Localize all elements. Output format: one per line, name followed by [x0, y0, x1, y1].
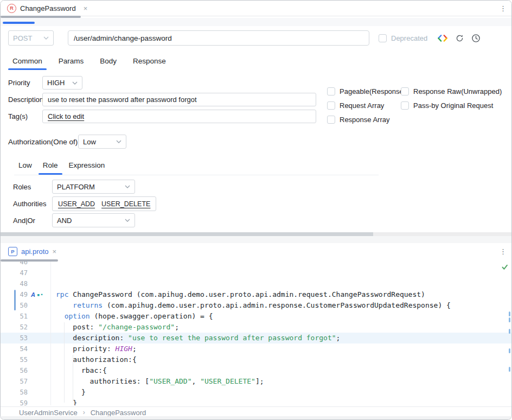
authorities-label: Authorities [13, 200, 52, 208]
checkbox[interactable] [401, 101, 409, 110]
line-number: 55 [1, 354, 28, 365]
andor-select[interactable]: AND [52, 213, 135, 227]
code-text: rbac:{ [50, 365, 107, 376]
line-number: 56 [1, 365, 28, 376]
api-marker-icon[interactable]: A [31, 289, 35, 300]
code-text: priority: HIGH; [50, 343, 137, 354]
more-menu-icon[interactable]: ⋮ [500, 5, 507, 12]
tab-response[interactable]: Response [129, 55, 170, 70]
flags-col-1: Pageable(Response)Request ArrayResponse … [327, 87, 406, 124]
description-label: Description [8, 96, 42, 104]
scrollbar-change-mark [509, 311, 510, 316]
flag-label: Pageable(Response) [340, 87, 406, 96]
horizontal-scrollbar-track [1, 232, 511, 236]
url-input[interactable] [68, 30, 369, 46]
priority-value: HIGH [47, 79, 65, 87]
checkbox[interactable] [327, 101, 335, 110]
breadcrumb-item[interactable]: ChangePassword [91, 409, 146, 417]
authority-token[interactable]: USER_ADD [58, 200, 95, 208]
editor-tabstrip-scrollbar[interactable] [1, 259, 58, 262]
refresh-icon[interactable] [455, 34, 464, 43]
code-text: description: "use to reset the password … [50, 333, 340, 343]
endpoint-marker-icon[interactable]: ▪• [37, 289, 44, 300]
horizontal-scrollbar-thumb[interactable] [1, 232, 373, 236]
description-input[interactable] [42, 93, 316, 106]
line-number: 59 [1, 398, 28, 405]
indent-guide [64, 322, 65, 403]
editor-more-menu-icon[interactable]: ⋮ [500, 248, 507, 255]
method-row: POST Deprecated [8, 30, 504, 46]
andor-label: And|Or [13, 217, 52, 225]
authority-token[interactable]: USER_DELETE [101, 200, 150, 208]
gutter [28, 268, 50, 278]
authorities-row: Authorities USER_ADDUSER_DELETE [13, 196, 156, 211]
inspection-ok-icon[interactable] [502, 264, 508, 270]
code-text [50, 278, 56, 289]
tags-field[interactable]: Click to edit [42, 110, 316, 123]
code-line: 51 option (hope.swagger.operation) = { [1, 311, 511, 322]
request-tabs: CommonParamsBodyResponse [8, 55, 170, 70]
request-tab-label: ChangePassword [20, 4, 76, 12]
close-icon[interactable]: × [53, 247, 57, 256]
authorization-value: Low [83, 138, 96, 146]
code-area: 46474849A▪•rpc ChangePassword (com.apihu… [1, 262, 511, 405]
deprecated-checkbox[interactable] [379, 34, 387, 42]
authorization-select[interactable]: Low [78, 135, 126, 149]
checkbox[interactable] [327, 87, 335, 96]
code-line: 53 description: "use to reset the passwo… [1, 333, 511, 343]
roles-row: Roles PLATFORM [13, 180, 135, 194]
code-line: 50 returns (com.apihug.demo.user.proto.a… [1, 300, 511, 311]
flags-col-2: Response Raw(Unwrapped)Pass-by Original … [401, 87, 502, 110]
deprecated-label: Deprecated [391, 34, 427, 42]
code-line: 46 [1, 262, 511, 268]
line-number: 52 [1, 322, 28, 333]
request-badge-icon: R [7, 4, 16, 13]
roles-label: Roles [13, 183, 52, 191]
auth-tab-role[interactable]: Role [39, 158, 62, 175]
checkbox[interactable] [401, 87, 409, 96]
auth-tab-low[interactable]: Low [14, 158, 36, 175]
header-icons [437, 34, 481, 43]
breadcrumb-item[interactable]: UserAdminService [19, 409, 78, 417]
code-text: authorities: ["USER_ADD", "USER_DELETE"]… [50, 376, 264, 387]
tab-params[interactable]: Params [54, 55, 88, 70]
line-number: 48 [1, 278, 28, 289]
editor-tab-bar: P api.proto × ⋮ [1, 243, 511, 259]
pane-divider[interactable] [1, 236, 511, 244]
checkbox[interactable] [327, 116, 335, 124]
tabstrip-scrollbar[interactable] [1, 16, 81, 18]
flag-response-raw-unwrapped: Response Raw(Unwrapped) [401, 87, 502, 96]
vcs-change-marker[interactable] [14, 290, 16, 310]
flag-response-array: Response Array [327, 115, 406, 124]
tags-label: Tag(s) [8, 112, 42, 120]
line-number: 57 [1, 376, 28, 387]
tab-common[interactable]: Common [8, 55, 47, 70]
code-line: 48 [1, 278, 511, 289]
priority-select[interactable]: HIGH [42, 76, 82, 90]
flag-label: Response Raw(Unwrapped) [413, 87, 502, 96]
tab-changepassword[interactable]: R ChangePassword × [7, 4, 87, 13]
method-select[interactable]: POST [8, 30, 54, 46]
close-icon[interactable]: × [84, 4, 88, 12]
progress-bar [3, 22, 35, 24]
tags-value[interactable]: Click to edit [48, 112, 84, 120]
line-number: 46 [1, 262, 28, 268]
chevron-down-icon [125, 185, 130, 188]
code-editor[interactable]: 46474849A▪•rpc ChangePassword (com.apihu… [1, 262, 511, 405]
code-text: post: "/change-password"; [50, 322, 179, 333]
priority-row: Priority HIGH [8, 76, 82, 90]
editor-tab-label[interactable]: api.proto [21, 247, 49, 256]
code-text: rpc ChangePassword (com.apihug.demo.user… [50, 289, 425, 300]
tab-body[interactable]: Body [95, 55, 121, 70]
tags-row: Tag(s) Click to edit [8, 110, 316, 123]
auth-tabs: LowRoleExpression [14, 158, 379, 175]
roles-select[interactable]: PLATFORM [52, 180, 135, 194]
authorities-box[interactable]: USER_ADDUSER_DELETE [52, 196, 156, 211]
code-line: 49A▪•rpc ChangePassword (com.apihug.demo… [1, 289, 511, 300]
authorization-label: Authorization(One of) [8, 138, 78, 146]
code-brackets-icon[interactable] [437, 34, 448, 42]
history-clock-icon[interactable] [471, 34, 481, 43]
auth-tab-expression[interactable]: Expression [65, 158, 110, 175]
flag-pass-by-original-request: Pass-by Original Request [401, 101, 502, 110]
flag-label: Request Array [340, 101, 384, 110]
